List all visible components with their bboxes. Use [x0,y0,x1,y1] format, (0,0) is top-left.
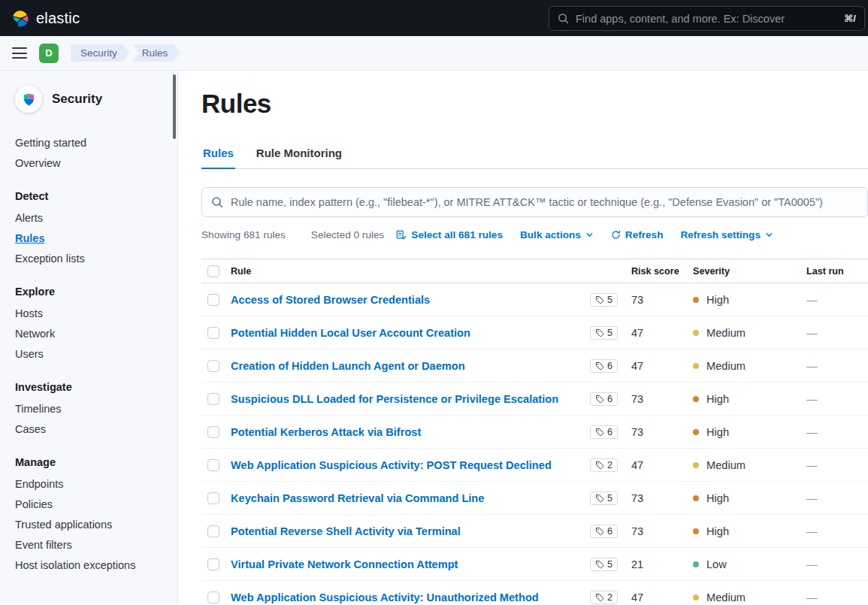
column-header-risk-score[interactable]: Risk score [618,266,693,277]
risk-score: 47 [631,459,643,471]
row-checkbox[interactable] [207,360,219,372]
tag-count: 6 [607,361,612,371]
tabs: RulesRule Monitoring [201,147,868,169]
rule-link[interactable]: Virtual Private Network Connection Attem… [231,558,582,570]
elastic-home-link[interactable]: elastic [11,9,80,28]
last-run: — [806,525,818,537]
table-row: Web Application Suspicious Activity: Una… [201,581,868,604]
sidebar-item-policies[interactable]: Policies [15,494,167,514]
risk-score: 47 [631,360,643,372]
tag-count: 6 [607,526,612,537]
risk-score: 73 [631,393,643,405]
tag-icon [595,527,604,536]
sidebar-item-exception-lists[interactable]: Exception lists [15,248,167,268]
breadcrumb-rules[interactable]: Rules [132,44,181,62]
rule-link[interactable]: Access of Stored Browser Credentials [231,294,582,306]
row-checkbox[interactable] [207,492,219,504]
select-all-button[interactable]: Select all 681 rules [396,229,503,240]
tags-badge[interactable]: 6 [590,525,618,538]
severity-dot [693,561,699,567]
tags-badge[interactable]: 6 [590,425,618,439]
row-checkbox[interactable] [207,393,219,405]
row-checkbox[interactable] [207,525,219,537]
breadcrumb: Security Rules [71,44,180,62]
severity-dot [693,495,699,501]
sidebar-item-timelines[interactable]: Timelines [15,398,167,419]
refresh-label: Refresh [625,229,664,240]
sidebar-item-cases[interactable]: Cases [15,419,167,439]
search-icon [558,13,569,24]
tag-count: 5 [607,559,612,570]
sidebar-item-users[interactable]: Users [15,343,167,364]
sidebar-item-rules[interactable]: Rules [15,228,167,248]
menu-toggle-button[interactable] [12,47,27,59]
tags-badge[interactable]: 6 [590,359,618,373]
sidebar-item-network[interactable]: Network [15,323,167,343]
tab-rule-monitoring[interactable]: Rule Monitoring [255,147,343,169]
sidebar-item-event-filters[interactable]: Event filters [15,534,167,555]
sidebar-item-hosts[interactable]: Hosts [15,303,167,323]
row-checkbox[interactable] [207,558,219,570]
bulk-actions-button[interactable]: Bulk actions [520,229,594,240]
table-row: Suspicious DLL Loaded for Persistence or… [201,383,868,416]
sidebar-scrollbar-thumb[interactable] [173,74,176,139]
sidebar-header: Security [15,86,167,113]
tags-badge[interactable]: 5 [590,293,618,307]
rule-link[interactable]: Web Application Suspicious Activity: Una… [231,591,582,603]
last-run: — [806,459,818,471]
breadcrumb-security[interactable]: Security [71,44,130,62]
column-header-rule[interactable]: Rule [231,266,582,277]
severity-dot [693,429,699,435]
refresh-settings-button[interactable]: Refresh settings [680,229,773,240]
refresh-icon [611,230,621,240]
table-row: Potential Kerberos Attack via Bifrost 6 … [201,416,868,449]
last-run: — [806,558,818,570]
tags-badge[interactable]: 5 [590,558,618,571]
column-header-last-run[interactable]: Last run [806,266,868,277]
column-header-severity[interactable]: Severity [693,266,806,277]
rule-link[interactable]: Keychain Password Retrieval via Command … [231,492,582,504]
tags-badge[interactable]: 6 [590,392,618,406]
chevron-down-icon [585,231,594,239]
tab-rules[interactable]: Rules [201,147,235,169]
select-all-checkbox[interactable] [207,265,219,277]
severity-label: High [706,393,729,405]
sidebar-item-getting-started[interactable]: Getting started [15,132,167,153]
sidebar-item-alerts[interactable]: Alerts [15,207,167,228]
sidebar-item-host-isolation-exceptions[interactable]: Host isolation exceptions [15,555,167,575]
rule-search[interactable] [201,187,868,217]
elastic-logo [11,9,29,28]
breadcrumb-bar: D Security Rules [0,36,868,71]
rule-link[interactable]: Potential Kerberos Attack via Bifrost [231,426,582,438]
space-avatar[interactable]: D [39,44,59,63]
risk-score: 47 [631,591,643,603]
tags-badge[interactable]: 2 [590,458,618,472]
rule-link[interactable]: Web Application Suspicious Activity: POS… [231,459,582,471]
row-checkbox[interactable] [207,327,219,339]
tags-badge[interactable]: 5 [590,326,618,340]
severity-dot [693,528,699,534]
rule-link[interactable]: Potential Hidden Local User Account Crea… [231,327,582,339]
row-checkbox[interactable] [207,294,219,306]
rule-link[interactable]: Suspicious DLL Loaded for Persistence or… [231,393,582,405]
row-checkbox[interactable] [207,591,219,603]
global-search[interactable]: ⌘/ [549,6,865,31]
main-content: Rules RulesRule Monitoring Showing 681 r… [178,71,868,604]
sidebar-item-trusted-applications[interactable]: Trusted applications [15,514,167,534]
sidebar-group-manage: Manage [15,456,167,468]
sidebar-item-endpoints[interactable]: Endpoints [15,473,167,494]
sidebar-item-overview[interactable]: Overview [15,153,167,173]
rule-link[interactable]: Potential Reverse Shell Activity via Ter… [231,525,582,537]
app-window: elastic ⌘/ D Security Rules [0,0,868,604]
sidebar-nav: Getting startedOverviewDetectAlertsRules… [15,132,167,575]
tags-badge[interactable]: 2 [590,591,618,604]
rule-search-input[interactable] [231,196,858,208]
tags-badge[interactable]: 5 [590,492,618,505]
row-checkbox[interactable] [207,459,219,471]
row-checkbox[interactable] [207,426,219,438]
global-search-input[interactable] [576,13,837,25]
refresh-button[interactable]: Refresh [611,229,664,240]
sidebar-app-title: Security [52,92,102,107]
severity-label: Medium [706,591,746,603]
rule-link[interactable]: Creation of Hidden Launch Agent or Daemo… [231,360,582,372]
